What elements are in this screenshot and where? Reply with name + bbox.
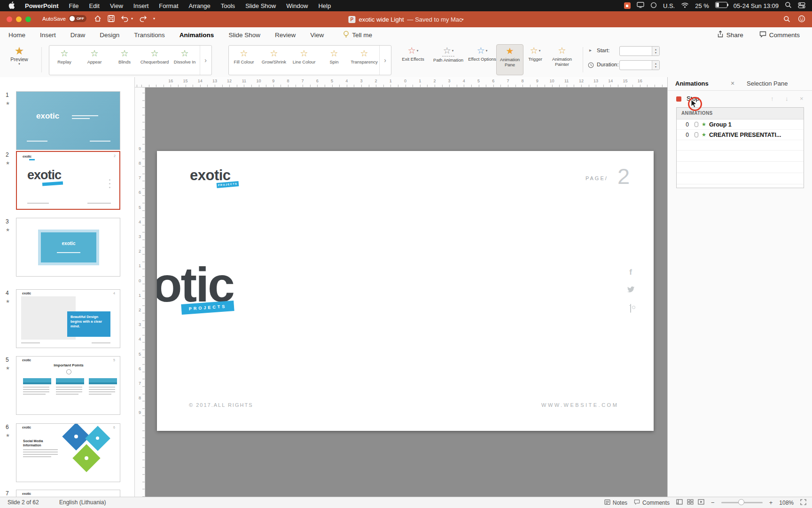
duration-input[interactable]: ▴▾ (619, 60, 660, 70)
slide-show-view-icon[interactable] (698, 499, 704, 506)
menu-edit[interactable]: Edit (89, 2, 99, 9)
tab-selection-pane[interactable]: Selection Pane (747, 80, 788, 87)
start-select[interactable]: ▴▾ (619, 46, 660, 56)
animation-pane-button[interactable]: ★ Animation Pane (496, 44, 523, 75)
move-earlier-icon[interactable]: ↑ (771, 95, 774, 102)
page-number[interactable]: 2 (617, 165, 630, 187)
move-later-icon[interactable]: ↓ (785, 95, 789, 102)
page-label[interactable]: PAGE/ (586, 175, 608, 181)
undo-icon[interactable] (121, 16, 129, 22)
title-dropdown-icon[interactable]: ▾ (462, 17, 464, 22)
wifi-icon[interactable] (681, 2, 689, 9)
search-icon[interactable] (783, 16, 790, 24)
effect-spin[interactable]: ☆ Spin (319, 46, 349, 75)
twitter-icon[interactable] (626, 286, 635, 295)
apple-menu-icon[interactable] (8, 1, 15, 10)
notes-button[interactable]: Notes (604, 499, 627, 507)
effect-line-colour[interactable]: ☆ Line Colour (289, 46, 319, 75)
menubar-clock[interactable]: 05-24 Sun 13:09 (734, 2, 779, 9)
fit-slide-icon[interactable] (800, 499, 806, 507)
preview-dropdown-icon[interactable]: ▾ (6, 62, 33, 66)
effect-fill-colour[interactable]: ☆ Fill Colour (229, 46, 259, 75)
share-button[interactable]: Share (717, 31, 743, 39)
slide-thumbnail-5[interactable]: exotic 5 Important Points (16, 356, 120, 415)
tab-view[interactable]: View (310, 30, 324, 40)
menu-format[interactable]: Format (159, 2, 178, 9)
undo-dropdown-icon[interactable]: ▾ (131, 16, 133, 21)
battery-icon[interactable] (715, 2, 727, 9)
copyright-text[interactable]: © 2017.ALL RIGHTS (189, 402, 253, 408)
menu-app-name[interactable]: PowerPoint (25, 2, 59, 9)
instagram-icon[interactable] (626, 304, 635, 313)
effect-options-button[interactable]: ☆▾ Effect Options (468, 44, 496, 75)
facebook-icon[interactable]: f (626, 268, 635, 277)
menu-view[interactable]: View (110, 2, 123, 9)
redo-icon[interactable] (139, 16, 147, 22)
close-pane-icon[interactable]: × (731, 79, 734, 87)
comments-toggle-button[interactable]: Comments (634, 499, 670, 507)
close-window-button[interactable] (7, 16, 12, 22)
tab-animations-pane[interactable]: Animations (675, 80, 709, 87)
slide-thumbnail-6[interactable]: exotic 6 Social Media Information (16, 423, 120, 482)
effect-blinds[interactable]: ☆ Blinds (109, 46, 140, 75)
slide-thumbnail-3[interactable]: exotic (16, 218, 120, 277)
normal-view-icon[interactable] (676, 499, 683, 506)
slide-thumbnail-7[interactable]: exotic (16, 490, 120, 497)
menu-file[interactable]: File (69, 2, 79, 9)
tab-design[interactable]: Design (100, 30, 119, 40)
effect-grow-shrink[interactable]: ☆ Grow/Shrink (259, 46, 289, 75)
save-icon[interactable] (108, 15, 115, 22)
tab-home[interactable]: Home (8, 30, 25, 40)
toolbar-more-icon[interactable]: ▾ (153, 16, 155, 21)
menu-insert[interactable]: Insert (133, 2, 149, 9)
slide-sorter-view-icon[interactable] (687, 499, 694, 506)
tell-me-button[interactable]: Tell me (343, 31, 372, 40)
document-title-area[interactable]: P exotic wide Light — Saved to my Mac ▾ (348, 11, 463, 27)
exit-effects-button[interactable]: ☆▾ Exit Effects (398, 44, 428, 75)
animation-item-group-1[interactable]: 0 ★ Group 1 (677, 119, 804, 130)
control-center-icon[interactable] (798, 1, 805, 10)
start-stepper-icon[interactable]: ▴▾ (652, 47, 659, 56)
tab-insert[interactable]: Insert (40, 30, 56, 40)
recording-indicator-icon[interactable] (624, 2, 631, 9)
effect-replay[interactable]: ☆ Replay (49, 46, 79, 75)
animation-item-creative-presentation[interactable]: 0 ★ CREATIVE PRESENTATI... (677, 130, 804, 140)
preview-button[interactable]: ★ Preview ▾ (6, 44, 33, 75)
entrance-gallery-scroll-icon[interactable]: › (200, 46, 211, 75)
tab-draw[interactable]: Draw (70, 30, 86, 40)
slide-count-status[interactable]: Slide 2 of 62 (8, 499, 39, 506)
zoom-in-icon[interactable]: + (769, 499, 773, 506)
duration-stepper-icon[interactable]: ▴▾ (652, 61, 659, 70)
comments-button[interactable]: Comments (759, 31, 800, 39)
menu-window[interactable]: Window (286, 2, 308, 9)
menu-help[interactable]: Help (318, 2, 331, 9)
language-status[interactable]: English (Lithuania) (59, 499, 106, 506)
zoom-slider[interactable] (721, 502, 763, 503)
feedback-smiley-icon[interactable] (798, 15, 805, 24)
emphasis-gallery-scroll-icon[interactable]: › (379, 46, 390, 75)
effect-transparency[interactable]: ☆ Transparency (349, 46, 379, 75)
zoom-slider-thumb[interactable] (738, 499, 744, 505)
tab-review[interactable]: Review (275, 30, 296, 40)
path-animation-button[interactable]: ☆▾ Path Animation (433, 44, 463, 75)
slide-thumbnail-2-selected[interactable]: exotic 2 exotic (16, 151, 120, 210)
tab-transitions[interactable]: Transitions (134, 30, 165, 40)
effect-dissolve-in[interactable]: ☆ Dissolve In (170, 46, 200, 75)
spotlight-search-icon[interactable] (785, 1, 792, 10)
website-text[interactable]: WWW.WEBSITE.COM (541, 402, 618, 408)
autosave-toggle[interactable]: OFF (69, 15, 86, 22)
minimize-window-button[interactable] (16, 16, 22, 22)
menu-arrange[interactable]: Arrange (189, 2, 211, 9)
tab-animations[interactable]: Animations (180, 30, 214, 40)
slide-thumbnail-1[interactable]: exotic (16, 91, 120, 150)
slide-canvas[interactable]: exotic PROJECTS PAGE/ 2 otic PROJECTS f … (157, 151, 654, 431)
effect-chequerboard[interactable]: ☆ Chequerboard (140, 46, 170, 75)
remove-animation-icon[interactable]: × (800, 95, 804, 102)
animation-painter-button[interactable]: ☆ Animation Painter (547, 44, 577, 75)
trigger-button[interactable]: ☆▾ Trigger (523, 44, 547, 75)
effect-appear[interactable]: ☆ Appear (79, 46, 109, 75)
slide-thumbnail-4[interactable]: exotic 4 Beautiful Design begins with a … (16, 289, 120, 348)
zoom-window-button[interactable] (25, 16, 31, 22)
menu-tools[interactable]: Tools (221, 2, 235, 9)
focus-mode-icon[interactable] (650, 2, 657, 10)
